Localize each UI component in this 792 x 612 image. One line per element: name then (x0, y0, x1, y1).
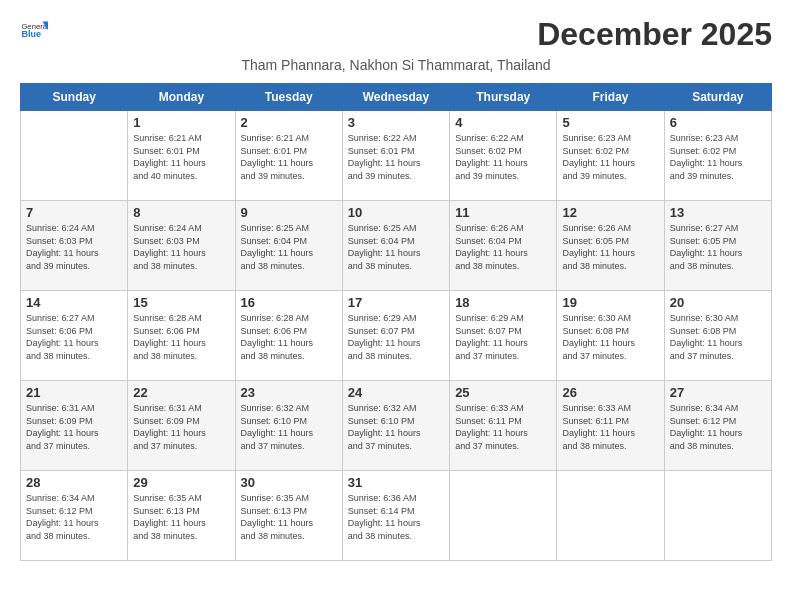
day-number: 30 (241, 475, 337, 490)
calendar-cell: 19Sunrise: 6:30 AM Sunset: 6:08 PM Dayli… (557, 291, 664, 381)
calendar-cell: 6Sunrise: 6:23 AM Sunset: 6:02 PM Daylig… (664, 111, 771, 201)
day-number: 13 (670, 205, 766, 220)
day-info: Sunrise: 6:30 AM Sunset: 6:08 PM Dayligh… (670, 312, 766, 362)
day-info: Sunrise: 6:25 AM Sunset: 6:04 PM Dayligh… (241, 222, 337, 272)
day-number: 6 (670, 115, 766, 130)
day-number: 7 (26, 205, 122, 220)
day-number: 22 (133, 385, 229, 400)
day-info: Sunrise: 6:29 AM Sunset: 6:07 PM Dayligh… (348, 312, 444, 362)
calendar-cell: 28Sunrise: 6:34 AM Sunset: 6:12 PM Dayli… (21, 471, 128, 561)
day-number: 10 (348, 205, 444, 220)
day-info: Sunrise: 6:33 AM Sunset: 6:11 PM Dayligh… (562, 402, 658, 452)
day-info: Sunrise: 6:21 AM Sunset: 6:01 PM Dayligh… (241, 132, 337, 182)
weekday-header-friday: Friday (557, 84, 664, 111)
calendar-cell: 13Sunrise: 6:27 AM Sunset: 6:05 PM Dayli… (664, 201, 771, 291)
day-number: 25 (455, 385, 551, 400)
calendar-cell: 14Sunrise: 6:27 AM Sunset: 6:06 PM Dayli… (21, 291, 128, 381)
calendar-cell: 9Sunrise: 6:25 AM Sunset: 6:04 PM Daylig… (235, 201, 342, 291)
calendar-cell (21, 111, 128, 201)
page-header: General Blue December 2025 (20, 16, 772, 53)
calendar-cell: 17Sunrise: 6:29 AM Sunset: 6:07 PM Dayli… (342, 291, 449, 381)
day-info: Sunrise: 6:24 AM Sunset: 6:03 PM Dayligh… (26, 222, 122, 272)
day-info: Sunrise: 6:27 AM Sunset: 6:05 PM Dayligh… (670, 222, 766, 272)
calendar-cell: 21Sunrise: 6:31 AM Sunset: 6:09 PM Dayli… (21, 381, 128, 471)
calendar-cell: 23Sunrise: 6:32 AM Sunset: 6:10 PM Dayli… (235, 381, 342, 471)
calendar-cell: 5Sunrise: 6:23 AM Sunset: 6:02 PM Daylig… (557, 111, 664, 201)
weekday-header-monday: Monday (128, 84, 235, 111)
day-info: Sunrise: 6:36 AM Sunset: 6:14 PM Dayligh… (348, 492, 444, 542)
calendar-cell: 22Sunrise: 6:31 AM Sunset: 6:09 PM Dayli… (128, 381, 235, 471)
day-number: 4 (455, 115, 551, 130)
day-number: 5 (562, 115, 658, 130)
calendar-cell: 29Sunrise: 6:35 AM Sunset: 6:13 PM Dayli… (128, 471, 235, 561)
day-info: Sunrise: 6:35 AM Sunset: 6:13 PM Dayligh… (241, 492, 337, 542)
day-info: Sunrise: 6:25 AM Sunset: 6:04 PM Dayligh… (348, 222, 444, 272)
day-info: Sunrise: 6:31 AM Sunset: 6:09 PM Dayligh… (133, 402, 229, 452)
calendar-cell: 8Sunrise: 6:24 AM Sunset: 6:03 PM Daylig… (128, 201, 235, 291)
day-number: 27 (670, 385, 766, 400)
day-info: Sunrise: 6:33 AM Sunset: 6:11 PM Dayligh… (455, 402, 551, 452)
day-info: Sunrise: 6:22 AM Sunset: 6:02 PM Dayligh… (455, 132, 551, 182)
calendar-cell: 18Sunrise: 6:29 AM Sunset: 6:07 PM Dayli… (450, 291, 557, 381)
day-info: Sunrise: 6:30 AM Sunset: 6:08 PM Dayligh… (562, 312, 658, 362)
day-number: 1 (133, 115, 229, 130)
day-info: Sunrise: 6:22 AM Sunset: 6:01 PM Dayligh… (348, 132, 444, 182)
calendar-cell: 25Sunrise: 6:33 AM Sunset: 6:11 PM Dayli… (450, 381, 557, 471)
day-info: Sunrise: 6:27 AM Sunset: 6:06 PM Dayligh… (26, 312, 122, 362)
day-info: Sunrise: 6:26 AM Sunset: 6:04 PM Dayligh… (455, 222, 551, 272)
weekday-header-wednesday: Wednesday (342, 84, 449, 111)
day-info: Sunrise: 6:35 AM Sunset: 6:13 PM Dayligh… (133, 492, 229, 542)
calendar-table: SundayMondayTuesdayWednesdayThursdayFrid… (20, 83, 772, 561)
day-info: Sunrise: 6:21 AM Sunset: 6:01 PM Dayligh… (133, 132, 229, 182)
day-number: 28 (26, 475, 122, 490)
calendar-cell: 26Sunrise: 6:33 AM Sunset: 6:11 PM Dayli… (557, 381, 664, 471)
day-number: 8 (133, 205, 229, 220)
calendar-cell (557, 471, 664, 561)
weekday-header-saturday: Saturday (664, 84, 771, 111)
weekday-header-sunday: Sunday (21, 84, 128, 111)
day-number: 11 (455, 205, 551, 220)
calendar-cell: 10Sunrise: 6:25 AM Sunset: 6:04 PM Dayli… (342, 201, 449, 291)
calendar-cell: 20Sunrise: 6:30 AM Sunset: 6:08 PM Dayli… (664, 291, 771, 381)
day-number: 21 (26, 385, 122, 400)
calendar-cell: 4Sunrise: 6:22 AM Sunset: 6:02 PM Daylig… (450, 111, 557, 201)
weekday-header-thursday: Thursday (450, 84, 557, 111)
calendar-cell (664, 471, 771, 561)
calendar-cell (450, 471, 557, 561)
calendar-cell: 15Sunrise: 6:28 AM Sunset: 6:06 PM Dayli… (128, 291, 235, 381)
day-info: Sunrise: 6:29 AM Sunset: 6:07 PM Dayligh… (455, 312, 551, 362)
calendar-cell: 24Sunrise: 6:32 AM Sunset: 6:10 PM Dayli… (342, 381, 449, 471)
day-number: 9 (241, 205, 337, 220)
day-info: Sunrise: 6:24 AM Sunset: 6:03 PM Dayligh… (133, 222, 229, 272)
day-number: 23 (241, 385, 337, 400)
day-number: 16 (241, 295, 337, 310)
logo-icon: General Blue (20, 16, 48, 44)
day-number: 2 (241, 115, 337, 130)
day-info: Sunrise: 6:26 AM Sunset: 6:05 PM Dayligh… (562, 222, 658, 272)
logo: General Blue (20, 16, 48, 44)
day-number: 20 (670, 295, 766, 310)
calendar-cell: 2Sunrise: 6:21 AM Sunset: 6:01 PM Daylig… (235, 111, 342, 201)
calendar-cell: 30Sunrise: 6:35 AM Sunset: 6:13 PM Dayli… (235, 471, 342, 561)
weekday-header-tuesday: Tuesday (235, 84, 342, 111)
calendar-cell: 16Sunrise: 6:28 AM Sunset: 6:06 PM Dayli… (235, 291, 342, 381)
calendar-cell: 31Sunrise: 6:36 AM Sunset: 6:14 PM Dayli… (342, 471, 449, 561)
day-info: Sunrise: 6:32 AM Sunset: 6:10 PM Dayligh… (348, 402, 444, 452)
day-number: 12 (562, 205, 658, 220)
calendar-cell: 7Sunrise: 6:24 AM Sunset: 6:03 PM Daylig… (21, 201, 128, 291)
day-number: 19 (562, 295, 658, 310)
calendar-cell: 11Sunrise: 6:26 AM Sunset: 6:04 PM Dayli… (450, 201, 557, 291)
calendar-cell: 3Sunrise: 6:22 AM Sunset: 6:01 PM Daylig… (342, 111, 449, 201)
day-number: 24 (348, 385, 444, 400)
day-info: Sunrise: 6:23 AM Sunset: 6:02 PM Dayligh… (670, 132, 766, 182)
day-info: Sunrise: 6:34 AM Sunset: 6:12 PM Dayligh… (670, 402, 766, 452)
day-number: 18 (455, 295, 551, 310)
svg-text:Blue: Blue (21, 29, 41, 39)
month-title: December 2025 (537, 16, 772, 53)
day-info: Sunrise: 6:34 AM Sunset: 6:12 PM Dayligh… (26, 492, 122, 542)
day-number: 14 (26, 295, 122, 310)
day-info: Sunrise: 6:28 AM Sunset: 6:06 PM Dayligh… (241, 312, 337, 362)
day-number: 26 (562, 385, 658, 400)
day-number: 3 (348, 115, 444, 130)
day-info: Sunrise: 6:23 AM Sunset: 6:02 PM Dayligh… (562, 132, 658, 182)
